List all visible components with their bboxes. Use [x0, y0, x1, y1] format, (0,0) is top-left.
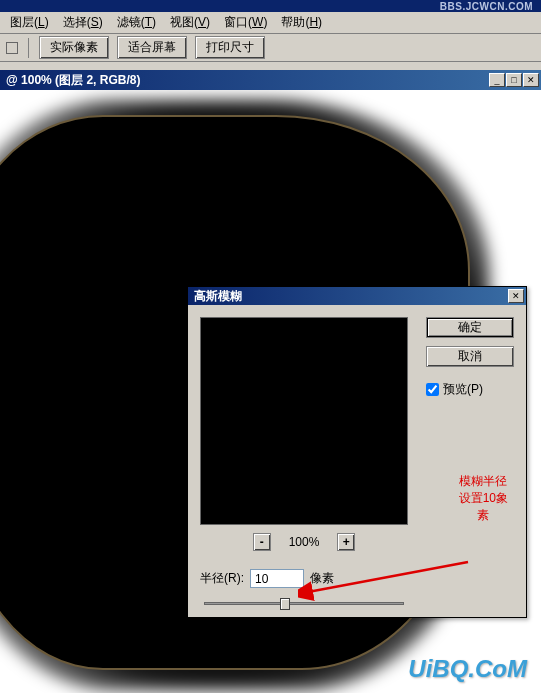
page-watermark: UiBQ.CoM [408, 655, 527, 683]
dialog-title: 高斯模糊 [194, 288, 242, 305]
menu-select[interactable]: 选择(S) [57, 12, 109, 33]
fit-screen-button[interactable]: 适合屏幕 [117, 36, 187, 59]
ok-button[interactable]: 确定 [426, 317, 514, 338]
dialog-titlebar[interactable]: 高斯模糊 ✕ [188, 287, 526, 305]
menu-view[interactable]: 视图(V) [164, 12, 216, 33]
radius-unit: 像素 [310, 570, 334, 587]
canvas-area: 高斯模糊 ✕ 确定 取消 预览(P) - 100% + 半径(R): [0, 90, 541, 693]
dialog-button-panel: 确定 取消 预览(P) [426, 317, 514, 398]
menu-window[interactable]: 窗口(W) [218, 12, 273, 33]
document-title: @ 100% (图层 2, RGB/8) [6, 72, 140, 89]
actual-pixels-button[interactable]: 实际像素 [39, 36, 109, 59]
maximize-button[interactable]: □ [506, 73, 522, 87]
radius-slider-thumb[interactable] [280, 598, 290, 610]
zoom-controls: - 100% + [200, 533, 408, 551]
preview-label: 预览(P) [443, 381, 483, 398]
app-topbar: BBS.JCWCN.COM [0, 0, 541, 12]
menu-layer[interactable]: 图层(L) [4, 12, 55, 33]
radius-input[interactable] [250, 569, 304, 588]
menu-filter[interactable]: 滤镜(T) [111, 12, 162, 33]
zoom-in-button[interactable]: + [337, 533, 355, 551]
zoom-value: 100% [289, 535, 320, 549]
zoom-out-button[interactable]: - [253, 533, 271, 551]
radius-row: 半径(R): 像素 [200, 569, 514, 588]
window-controls: _ □ ✕ [489, 73, 539, 87]
topbar-watermark: BBS.JCWCN.COM [440, 1, 533, 12]
options-bar: 实际像素 适合屏幕 打印尺寸 [0, 34, 541, 62]
filter-preview[interactable] [200, 317, 408, 525]
tool-icon [6, 42, 18, 54]
close-button[interactable]: ✕ [523, 73, 539, 87]
dialog-body: 确定 取消 预览(P) - 100% + 半径(R): 像素 [188, 305, 526, 617]
preview-checkbox-row[interactable]: 预览(P) [426, 381, 514, 398]
print-size-button[interactable]: 打印尺寸 [195, 36, 265, 59]
menu-bar: 图层(L) 选择(S) 滤镜(T) 视图(V) 窗口(W) 帮助(H) [0, 12, 541, 34]
preview-checkbox[interactable] [426, 383, 439, 396]
radius-label: 半径(R): [200, 570, 244, 587]
minimize-button[interactable]: _ [489, 73, 505, 87]
dialog-close-button[interactable]: ✕ [508, 289, 524, 303]
cancel-button[interactable]: 取消 [426, 346, 514, 367]
separator [28, 38, 29, 58]
gaussian-blur-dialog: 高斯模糊 ✕ 确定 取消 预览(P) - 100% + 半径(R): [187, 286, 527, 618]
document-titlebar: @ 100% (图层 2, RGB/8) _ □ ✕ [0, 70, 541, 90]
annotation-text: 模糊半径 设置10象 素 [459, 473, 508, 523]
radius-slider[interactable] [204, 602, 404, 605]
menu-help[interactable]: 帮助(H) [275, 12, 328, 33]
